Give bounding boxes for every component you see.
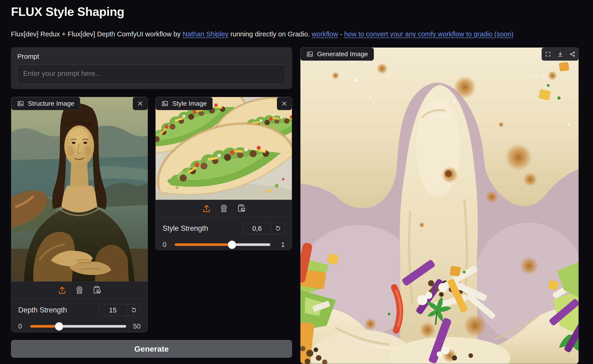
generated-image-card: Generated Image — [300, 47, 579, 364]
depth-strength-label: Depth Strength — [18, 306, 67, 314]
webcam-icon — [219, 204, 229, 213]
style-strength-label: Style Strength — [163, 224, 208, 233]
depth-strength-reset-button[interactable] — [127, 305, 141, 316]
style-strength-slider[interactable] — [175, 243, 270, 246]
structure-image-toolbar — [11, 281, 148, 299]
paste-image-icon — [92, 285, 101, 295]
depth-strength-input[interactable] — [99, 305, 127, 316]
depth-strength-max: 50 — [131, 322, 141, 330]
prompt-label: Prompt — [17, 53, 286, 60]
depth-strength-slider-thumb[interactable] — [55, 322, 63, 331]
upload-icon — [57, 285, 67, 295]
workflow-link[interactable]: workflow — [312, 30, 338, 38]
depth-strength-section: Depth Strength 0 50 — [11, 299, 148, 332]
structure-paste-button[interactable] — [91, 284, 102, 296]
image-icon — [162, 100, 168, 107]
structure-image-close-button[interactable] — [133, 97, 148, 110]
close-icon — [137, 100, 143, 107]
structure-image-label: Structure Image — [28, 100, 74, 107]
structure-upload-button[interactable] — [57, 284, 68, 296]
style-paste-button[interactable] — [236, 203, 247, 214]
style-strength-min: 0 — [163, 241, 170, 248]
style-strength-input[interactable] — [243, 223, 271, 234]
subtitle: Flux[dev] Redux + Flux[dev] Depth ComfyU… — [11, 30, 572, 38]
depth-strength-slider[interactable] — [30, 325, 126, 328]
webcam-icon — [75, 285, 84, 295]
share-icon — [569, 51, 576, 57]
style-strength-slider-thumb[interactable] — [228, 240, 236, 249]
generated-image: Generated Image — [300, 48, 579, 364]
generate-button[interactable]: Generate — [11, 340, 292, 358]
tacos-artwork — [156, 97, 292, 200]
style-image-toolbar — [156, 200, 292, 217]
fullscreen-button[interactable] — [542, 48, 554, 60]
author-link[interactable]: Nathan Shipley — [182, 30, 229, 38]
subtitle-text-3: - — [338, 30, 344, 38]
page-title: FLUX Style Shaping — [11, 5, 124, 19]
style-image-card: Style Image Style Strength — [155, 97, 292, 250]
style-image-badge: Style Image — [156, 97, 213, 110]
download-icon — [557, 51, 564, 57]
convert-workflow-link[interactable]: how to convert your any comfy workflow t… — [344, 30, 513, 38]
subtitle-text-1: Flux[dev] Redux + Flux[dev] Depth ComfyU… — [11, 30, 182, 38]
paste-image-icon — [236, 204, 246, 213]
structure-image-card: Structure Image Depth Strength — [11, 97, 148, 332]
depth-strength-min: 0 — [18, 322, 25, 330]
style-image-close-button[interactable] — [277, 97, 292, 110]
generated-image-label: Generated Image — [317, 50, 368, 58]
reset-icon — [275, 225, 281, 232]
upload-icon — [202, 204, 211, 213]
close-icon — [281, 100, 288, 107]
structure-image[interactable]: Structure Image — [11, 97, 148, 281]
generated-image-badge: Generated Image — [300, 48, 374, 61]
flux-style-shaping-app: FLUX Style Shaping Flux[dev] Redux + Flu… — [0, 0, 593, 364]
style-strength-slider-fill — [175, 243, 232, 246]
style-strength-section: Style Strength 0 1 — [156, 217, 292, 250]
depth-strength-numbox — [99, 304, 141, 316]
image-icon — [306, 51, 313, 58]
style-strength-reset-button[interactable] — [271, 223, 285, 234]
prompt-input[interactable] — [17, 65, 286, 84]
style-upload-button[interactable] — [201, 203, 212, 214]
structure-webcam-button[interactable] — [74, 284, 85, 296]
share-button[interactable] — [566, 48, 578, 60]
style-webcam-button[interactable] — [218, 203, 229, 214]
structure-image-badge: Structure Image — [11, 97, 80, 110]
generated-image-tools — [542, 48, 579, 61]
style-image[interactable]: Style Image — [156, 97, 292, 200]
subtitle-text-2: running directly on Gradio. — [229, 30, 312, 38]
download-button[interactable] — [554, 48, 566, 60]
style-strength-max: 1 — [276, 241, 285, 248]
mona-lisa-artwork — [11, 97, 148, 281]
prompt-panel: Prompt — [11, 47, 292, 89]
generated-artwork — [300, 48, 579, 364]
fullscreen-icon — [545, 51, 551, 57]
image-icon — [17, 100, 24, 107]
style-image-label: Style Image — [172, 100, 207, 107]
style-strength-numbox — [243, 223, 285, 234]
reset-icon — [131, 307, 137, 313]
